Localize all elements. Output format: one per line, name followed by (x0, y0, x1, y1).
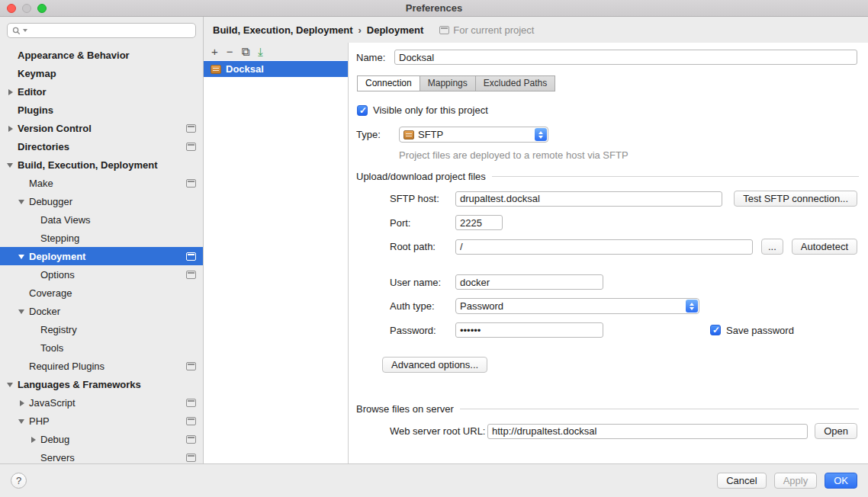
collapse-arrow-icon[interactable] (18, 197, 26, 206)
per-project-icon (186, 143, 196, 151)
collapse-arrow-icon[interactable] (18, 417, 26, 425)
user-name-input[interactable] (455, 274, 603, 290)
sidebar-item-directories[interactable]: Directories (0, 137, 203, 156)
port-label: Port: (390, 217, 455, 229)
sidebar-item-editor[interactable]: Editor (0, 82, 203, 101)
sftp-host-input[interactable] (455, 191, 722, 207)
sidebar-item-servers[interactable]: Servers (0, 448, 203, 463)
auth-type-label: Auth type: (390, 300, 455, 312)
user-name-label: User name: (390, 277, 455, 288)
tab-mappings[interactable]: Mappings (420, 75, 476, 91)
password-input[interactable] (455, 322, 603, 338)
sidebar-item-debug[interactable]: Debug (0, 430, 203, 448)
collapse-arrow-icon[interactable] (18, 252, 26, 261)
autodetect-button[interactable]: Autodetect (792, 239, 857, 255)
sidebar-item-deployment[interactable]: Deployment (0, 247, 203, 265)
auth-type-select[interactable]: Password (455, 298, 699, 314)
sidebar-item-debugger[interactable]: Debugger (0, 192, 203, 210)
type-select[interactable]: SFTP (399, 127, 548, 143)
dropdown-stepper-icon (686, 300, 698, 313)
sidebar-item-docker[interactable]: Docker (0, 302, 203, 320)
expand-arrow-icon[interactable] (6, 124, 14, 133)
sidebar-item-label: PHP (29, 415, 50, 427)
server-list-item[interactable]: Docksal (204, 61, 348, 77)
sidebar-item-javascript[interactable]: JavaScript (0, 393, 203, 412)
collapse-arrow-icon[interactable] (6, 161, 14, 169)
web-root-input[interactable] (487, 424, 808, 439)
sidebar-item-label: Make (29, 178, 53, 189)
tree-indent-spacer (18, 362, 26, 370)
root-path-label: Root path: (390, 241, 455, 252)
sidebar-item-make[interactable]: Make (0, 174, 203, 192)
collapse-arrow-icon[interactable] (6, 380, 14, 389)
test-sftp-connection-button[interactable]: Test SFTP connection... (734, 191, 857, 207)
root-path-input[interactable] (455, 239, 753, 255)
per-project-icon (186, 417, 196, 425)
tree-indent-spacer (18, 179, 26, 188)
sidebar-item-build-execution-deployment[interactable]: Build, Execution, Deployment (0, 156, 203, 174)
sidebar-item-plugins[interactable]: Plugins (0, 101, 203, 119)
sidebar-item-label: Editor (18, 86, 47, 98)
dialog-footer: ? Cancel Apply OK (0, 463, 868, 497)
advanced-options-button[interactable]: Advanced options... (382, 357, 487, 373)
sidebar-item-required-plugins[interactable]: Required Plugins (0, 357, 203, 375)
sftp-type-icon (403, 130, 414, 139)
cancel-button[interactable]: Cancel (717, 473, 766, 489)
open-button[interactable]: Open (815, 423, 857, 439)
sidebar-item-stepping[interactable]: Stepping (0, 229, 203, 247)
search-scope-arrow-icon[interactable] (23, 29, 27, 32)
settings-search[interactable] (7, 23, 196, 38)
password-label: Password: (390, 325, 455, 336)
collapse-arrow-icon[interactable] (18, 307, 26, 316)
visible-only-checkbox[interactable] (357, 105, 368, 116)
breadcrumb-group[interactable]: Build, Execution, Deployment (213, 24, 352, 36)
type-label: Type: (356, 129, 399, 140)
apply-button[interactable]: Apply (774, 473, 818, 489)
help-button[interactable]: ? (11, 473, 27, 489)
name-label: Name: (356, 52, 394, 63)
scope-indicator: For current project (439, 24, 534, 36)
section-divider (492, 176, 859, 177)
search-icon (12, 27, 21, 35)
expand-arrow-icon[interactable] (6, 88, 14, 96)
per-project-icon (186, 435, 196, 444)
sidebar-item-keymap[interactable]: Keymap (0, 64, 203, 82)
sidebar-item-options[interactable]: Options (0, 265, 203, 284)
add-icon[interactable]: + (211, 46, 218, 57)
sidebar-item-languages-frameworks[interactable]: Languages & Frameworks (0, 375, 203, 393)
sidebar-item-tools[interactable]: Tools (0, 338, 203, 357)
port-input[interactable] (455, 215, 503, 230)
expand-arrow-icon[interactable] (29, 435, 37, 444)
server-list-panel: +−⧉⤓ Docksal (204, 43, 349, 463)
name-input[interactable] (394, 50, 857, 65)
type-value: SFTP (418, 129, 443, 140)
sidebar-item-appearance-behavior[interactable]: Appearance & Behavior (0, 46, 203, 64)
close-window-icon[interactable] (7, 4, 16, 13)
tree-indent-spacer (29, 271, 37, 279)
import-config-icon[interactable]: ⤓ (258, 46, 263, 57)
copy-icon[interactable]: ⧉ (242, 46, 250, 57)
tree-indent-spacer (6, 106, 14, 114)
zoom-window-icon[interactable] (37, 4, 47, 13)
expand-arrow-icon[interactable] (18, 399, 26, 407)
sidebar-item-label: Debug (40, 434, 69, 445)
type-help-text: Project files are deployed to a remote h… (399, 149, 859, 161)
ok-button[interactable]: OK (825, 473, 857, 489)
sftp-host-label: SFTP host: (390, 193, 455, 204)
tab-connection[interactable]: Connection (357, 75, 420, 91)
breadcrumb-page: Deployment (367, 24, 423, 36)
per-project-icon (186, 271, 196, 279)
sidebar-item-coverage[interactable]: Coverage (0, 284, 203, 302)
sidebar-item-label: Appearance & Behavior (18, 50, 130, 61)
remove-icon[interactable]: − (227, 46, 233, 57)
tree-indent-spacer (18, 289, 26, 297)
search-input[interactable] (30, 25, 191, 36)
tab-excluded-paths[interactable]: Excluded Paths (475, 75, 555, 91)
sidebar-item-version-control[interactable]: Version Control (0, 119, 203, 137)
sidebar-item-php[interactable]: PHP (0, 412, 203, 430)
sidebar-item-label: Data Views (40, 214, 91, 226)
save-password-checkbox[interactable] (710, 325, 721, 335)
browse-root-path-button[interactable]: ... (761, 239, 783, 255)
sidebar-item-registry[interactable]: Registry (0, 320, 203, 338)
sidebar-item-data-views[interactable]: Data Views (0, 210, 203, 229)
